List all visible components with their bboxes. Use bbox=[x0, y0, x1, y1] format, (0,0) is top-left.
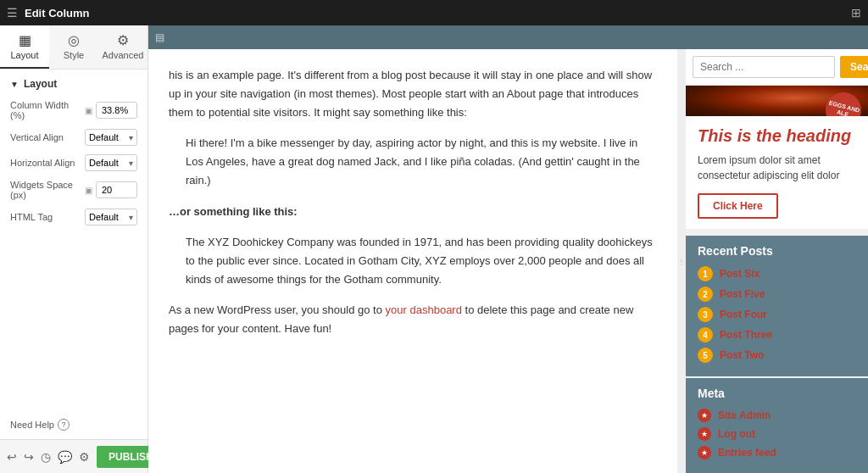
post-link-3[interactable]: Post Four bbox=[720, 309, 767, 320]
post-number-3: 3 bbox=[698, 307, 713, 322]
widget-heading: This is the heading bbox=[698, 126, 856, 146]
quote-2: The XYZ Doohickey Company was founded in… bbox=[169, 233, 657, 289]
meta-title: Meta bbox=[698, 387, 856, 400]
settings-icon[interactable]: ⚙ bbox=[79, 450, 90, 464]
meta-widget: Meta ★ Site Admin ★ Log out ★ Entries fe… bbox=[686, 378, 868, 473]
widgets-space-input[interactable] bbox=[96, 181, 137, 198]
advanced-icon: ⚙ bbox=[117, 32, 129, 48]
section-title: Layout bbox=[24, 78, 57, 90]
post-number-1: 1 bbox=[698, 266, 713, 281]
meta-link-3[interactable]: Entries feed bbox=[718, 447, 776, 459]
top-bar: ☰ Edit Column ⊞ bbox=[0, 0, 868, 25]
page-content: his is an example page. It's different f… bbox=[148, 49, 677, 473]
dashboard-link[interactable]: your dashboard bbox=[386, 303, 462, 316]
widgets-space-row: Widgets Space (px) ▣ bbox=[10, 180, 137, 200]
paragraph-1: his is an example page. It's different f… bbox=[169, 66, 657, 122]
panel-title: Edit Column bbox=[25, 7, 90, 19]
vertical-align-select[interactable]: Default Top Middle Bottom bbox=[85, 129, 137, 146]
meta-icon-1: ★ bbox=[698, 409, 711, 422]
post-link-1[interactable]: Post Six bbox=[720, 268, 760, 280]
widget-description: Lorem ipsum dolor sit amet consectetur a… bbox=[698, 153, 856, 183]
right-sidebar: Search bbox=[686, 49, 868, 473]
widgets-space-label: Widgets Space (px) bbox=[10, 180, 85, 200]
style-icon: ◎ bbox=[68, 32, 80, 48]
column-width-label: Column Width (%) bbox=[10, 100, 85, 120]
main-container: ▦ Layout ◎ Style ⚙ Advanced ▼ Layout Col… bbox=[0, 25, 868, 473]
section-header: ▼ Layout bbox=[10, 78, 137, 90]
tab-style[interactable]: ◎ Style bbox=[49, 25, 98, 69]
content-body: his is an example page. It's different f… bbox=[148, 49, 868, 473]
resize-handle[interactable]: ⋮ bbox=[677, 49, 686, 473]
svg-point-2 bbox=[720, 109, 830, 116]
spacing-icon: ▣ bbox=[85, 186, 92, 195]
svg-point-1 bbox=[707, 107, 834, 116]
search-button[interactable]: Search bbox=[840, 56, 868, 78]
menu-icon[interactable]: ☰ bbox=[7, 6, 18, 19]
post-item-5: 5 Post Two bbox=[698, 348, 856, 363]
tab-style-label: Style bbox=[64, 50, 84, 60]
horizontal-align-label: Horizontal Align bbox=[10, 158, 85, 168]
tab-advanced-label: Advanced bbox=[103, 50, 144, 60]
vertical-align-label: Vertical Align bbox=[10, 132, 85, 142]
svg-point-3 bbox=[732, 111, 826, 116]
post-number-5: 5 bbox=[698, 348, 713, 363]
tab-advanced[interactable]: ⚙ Advanced bbox=[98, 25, 147, 69]
tab-layout-label: Layout bbox=[10, 50, 38, 60]
food-image-widget: EGGS AND ALE bbox=[686, 86, 868, 116]
content-bar-icon: ▤ bbox=[155, 31, 164, 43]
meta-link-1[interactable]: Site Admin bbox=[718, 409, 771, 421]
meta-item-3: ★ Entries feed bbox=[698, 446, 856, 459]
horizontal-align-select[interactable]: Default Left Center Right bbox=[85, 154, 137, 171]
bottom-bar: ↩ ↪ ◷ 💬 ⚙ PUBLISH ▾ bbox=[0, 439, 147, 473]
html-tag-control: Default div section article bbox=[85, 209, 137, 225]
post-link-5[interactable]: Post Two bbox=[720, 349, 764, 361]
meta-item-2: ★ Log out bbox=[698, 427, 856, 441]
need-help-section: Need Help ? bbox=[0, 410, 147, 439]
post-link-2[interactable]: Post Five bbox=[720, 288, 765, 300]
undo-icon[interactable]: ↩ bbox=[7, 450, 17, 464]
content-wrapper: ▤ his is an example page. It's different… bbox=[148, 25, 868, 473]
help-icon[interactable]: ? bbox=[58, 419, 70, 431]
quote-1: Hi there! I'm a bike messenger by day, a… bbox=[169, 134, 657, 190]
left-panel: ▦ Layout ◎ Style ⚙ Advanced ▼ Layout Col… bbox=[0, 25, 148, 473]
horizontal-align-row: Horizontal Align Default Left Center Rig… bbox=[10, 154, 137, 171]
horizontal-align-control: Default Left Center Right bbox=[85, 154, 137, 171]
need-help-text: Need Help bbox=[10, 420, 54, 430]
paragraph-2: As a new WordPress user, you should go t… bbox=[169, 301, 657, 338]
meta-link-2[interactable]: Log out bbox=[718, 428, 755, 440]
column-width-control: ▣ bbox=[85, 102, 137, 119]
vertical-align-row: Vertical Align Default Top Middle Bottom bbox=[10, 129, 137, 146]
html-tag-row: HTML Tag Default div section article bbox=[10, 209, 137, 225]
top-content-bar: ▤ bbox=[148, 25, 868, 49]
post-link-4[interactable]: Post Three bbox=[720, 329, 772, 341]
handle-dots: ⋮ bbox=[678, 258, 685, 265]
panel-body: ▼ Layout Column Width (%) ▣ Vertical Ali… bbox=[0, 70, 147, 410]
collapse-arrow[interactable]: ▼ bbox=[10, 80, 19, 89]
layout-icon: ▦ bbox=[19, 32, 31, 48]
comment-icon[interactable]: 💬 bbox=[58, 450, 72, 464]
column-width-row: Column Width (%) ▣ bbox=[10, 100, 137, 120]
tab-layout[interactable]: ▦ Layout bbox=[0, 25, 49, 69]
post-number-2: 2 bbox=[698, 287, 713, 302]
meta-icon-3: ★ bbox=[698, 446, 711, 459]
post-item-4: 4 Post Three bbox=[698, 327, 856, 342]
recent-posts-title: Recent Posts bbox=[698, 244, 856, 258]
heading-widget: This is the heading Lorem ipsum dolor si… bbox=[686, 116, 868, 229]
redo-icon[interactable]: ↪ bbox=[24, 450, 34, 464]
vertical-align-control: Default Top Middle Bottom bbox=[85, 129, 137, 146]
widgets-space-control: ▣ bbox=[85, 181, 137, 198]
grid-icon[interactable]: ⊞ bbox=[851, 6, 861, 19]
column-width-input[interactable] bbox=[96, 102, 137, 119]
meta-item-1: ★ Site Admin bbox=[698, 409, 856, 422]
post-list: 1 Post Six 2 Post Five 3 Post Four 4 bbox=[698, 266, 856, 363]
html-tag-select[interactable]: Default div section article bbox=[85, 209, 137, 225]
post-item-3: 3 Post Four bbox=[698, 307, 856, 322]
resize-icon: ▣ bbox=[85, 106, 92, 115]
history-icon[interactable]: ◷ bbox=[41, 450, 51, 464]
meta-icon-2: ★ bbox=[698, 427, 711, 441]
search-input[interactable] bbox=[693, 56, 835, 78]
panel-tabs: ▦ Layout ◎ Style ⚙ Advanced bbox=[0, 25, 147, 70]
click-here-button[interactable]: Click Here bbox=[698, 193, 778, 219]
recent-posts-widget: Recent Posts 1 Post Six 2 Post Five 3 Po bbox=[686, 236, 868, 376]
search-widget: Search bbox=[686, 49, 868, 86]
